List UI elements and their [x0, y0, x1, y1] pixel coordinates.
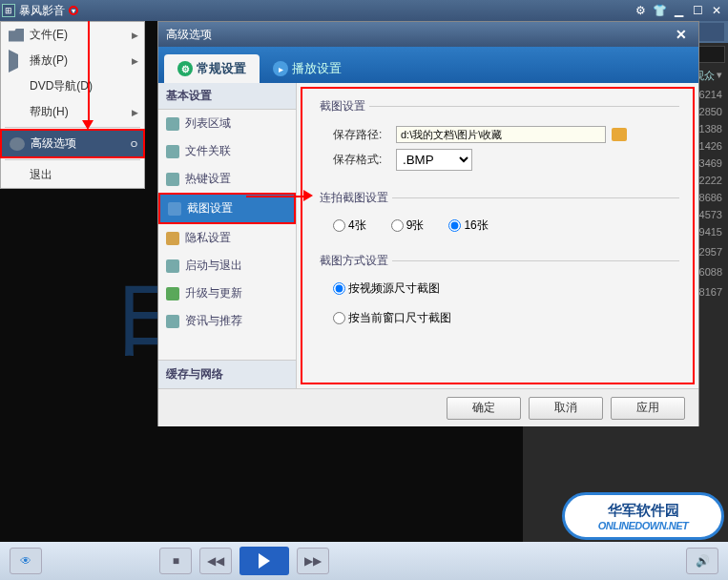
method-source-radio[interactable]: 按视频源尺寸截图	[333, 280, 679, 297]
file-icon	[166, 145, 179, 158]
menu-shortcut: O	[131, 139, 137, 149]
volume-button[interactable]: 🔊	[686, 548, 718, 574]
sidebar-item-file-assoc[interactable]: 文件关联	[158, 137, 296, 165]
group-legend: 连拍截图设置	[316, 190, 392, 206]
save-path-input[interactable]	[396, 126, 606, 143]
gear-icon: ⚙	[177, 61, 193, 76]
app-logo-icon: ⊞	[2, 4, 15, 17]
method-window-radio[interactable]: 按当前窗口尺寸截图	[333, 310, 679, 326]
chevron-right-icon: ▶	[132, 108, 138, 117]
sidebar-label: 文件关联	[185, 143, 231, 159]
watermark-text-2: ONLINEDOWN.NET	[598, 520, 688, 531]
folder-icon	[9, 29, 24, 42]
title-bar: ⊞ 暴风影音 ▾ ⚙ 👕 ▁ ☐ ✕	[0, 0, 728, 21]
player-control-bar: 👁 ■ ◀◀ ▶▶ 🔊	[0, 542, 728, 580]
camera-icon	[168, 202, 181, 216]
news-icon	[166, 315, 179, 328]
group-legend: 截图方式设置	[316, 253, 392, 269]
annotation-arrowhead-2	[303, 190, 313, 201]
sidebar-footer-cache[interactable]: 缓存与网络	[158, 360, 296, 388]
tab-label: 播放设置	[292, 60, 342, 77]
cancel-button[interactable]: 取消	[529, 397, 603, 420]
list-icon	[166, 117, 179, 131]
sidebar-item-startup[interactable]: 启动与退出	[158, 252, 296, 280]
watermark-badge: 华军软件园 ONLINEDOWN.NET	[562, 492, 724, 540]
burst-4-radio[interactable]: 4张	[333, 218, 366, 234]
chevron-right-icon: ▶	[132, 56, 138, 66]
dialog-close-button[interactable]: ✕	[672, 27, 691, 42]
keyboard-icon	[166, 173, 179, 186]
sidebar-label: 启动与退出	[185, 258, 242, 274]
save-format-select[interactable]: .BMP	[396, 149, 472, 171]
dialog-content-panel: 截图设置 保存路径: 保存格式: .BMP 连拍截图设置 4张 9张 16张	[301, 87, 695, 384]
blank-icon	[9, 106, 24, 119]
annotation-arrow-2	[246, 196, 307, 197]
power-icon	[166, 259, 179, 273]
menu-item-advanced-options[interactable]: 高级选项 O	[2, 131, 143, 156]
dialog-button-bar: 确定 取消 应用	[158, 388, 698, 426]
menu-item-help[interactable]: 帮助(H) ▶	[1, 99, 144, 125]
method-settings-group: 截图方式设置 按视频源尺寸截图 按当前窗口尺寸截图	[316, 253, 679, 332]
sidebar-item-privacy[interactable]: 隐私设置	[158, 224, 296, 252]
menu-label: 播放(P)	[30, 52, 68, 69]
menu-label: DVD导航(D)	[30, 78, 93, 94]
eye-button[interactable]: 👁	[10, 548, 42, 574]
maximize-button[interactable]: ☐	[688, 4, 707, 17]
close-button[interactable]: ✕	[707, 4, 726, 17]
dialog-titlebar[interactable]: 高级选项 ✕	[158, 22, 698, 47]
menu-label: 高级选项	[31, 135, 76, 152]
tab-playback[interactable]: ▸ 播放设置	[260, 54, 355, 83]
update-icon	[166, 287, 179, 300]
sidebar-item-update[interactable]: 升级与更新	[158, 280, 296, 307]
chevron-right-icon: ▶	[132, 31, 138, 40]
sidebar-label: 列表区域	[185, 115, 231, 132]
menu-item-file[interactable]: 文件(E) ▶	[1, 22, 144, 48]
menu-label: 退出	[30, 167, 52, 183]
blank-icon	[9, 169, 24, 182]
burst-9-radio[interactable]: 9张	[391, 218, 425, 234]
lock-icon	[166, 232, 179, 245]
sidebar-item-news[interactable]: 资讯与推荐	[158, 307, 296, 335]
shirt-icon[interactable]: 👕	[650, 4, 669, 17]
play-icon	[259, 553, 270, 569]
app-title: 暴风影音	[19, 3, 65, 19]
main-menu: 文件(E) ▶ 播放(P) ▶ DVD导航(D) 帮助(H) ▶ 高级选项 O …	[0, 21, 145, 189]
sidebar-label: 隐私设置	[185, 230, 231, 246]
menu-label: 帮助(H)	[30, 104, 69, 120]
dialog-tabs: ⚙ 常规设置 ▸ 播放设置	[158, 47, 698, 83]
sidebar-item-list-area[interactable]: 列表区域	[158, 110, 296, 137]
play-circle-icon: ▸	[273, 61, 288, 76]
annotation-arrow-1	[88, 21, 90, 124]
annotation-arrowhead-1	[82, 120, 94, 130]
menu-item-exit[interactable]: 退出	[1, 162, 144, 188]
next-button[interactable]: ▶▶	[297, 548, 329, 574]
sidebar-label: 资讯与推荐	[185, 313, 242, 329]
sidebar-label: 截图设置	[187, 200, 233, 217]
ok-button[interactable]: 确定	[447, 397, 521, 420]
sidebar-header: 基本设置	[158, 83, 296, 110]
menu-item-playback[interactable]: 播放(P) ▶	[1, 48, 144, 73]
tab-general[interactable]: ⚙ 常规设置	[164, 54, 260, 83]
stop-button[interactable]: ■	[159, 548, 192, 574]
apply-button[interactable]: 应用	[611, 397, 685, 420]
tab-label: 常规设置	[197, 60, 246, 77]
watermark-text-1: 华军软件园	[608, 502, 679, 520]
menu-item-dvd[interactable]: DVD导航(D)	[1, 73, 144, 99]
dialog-title: 高级选项	[166, 27, 212, 43]
sidebar-item-hotkeys[interactable]: 热键设置	[158, 165, 296, 193]
sidebar-label: 热键设置	[185, 171, 231, 187]
group-legend: 截图设置	[316, 98, 369, 114]
dialog-sidebar: 基本设置 列表区域 文件关联 热键设置 截图设置 隐私设置 启动与退出 升级与更…	[158, 83, 297, 388]
burst-16-radio[interactable]: 16张	[448, 218, 488, 234]
blank-icon	[9, 80, 24, 93]
browse-folder-icon[interactable]	[612, 128, 627, 141]
prev-button[interactable]: ◀◀	[199, 548, 232, 574]
minimize-button[interactable]: ▁	[669, 4, 688, 17]
title-dropdown-icon[interactable]: ▾	[69, 6, 78, 15]
play-button[interactable]	[239, 547, 289, 575]
burst-settings-group: 连拍截图设置 4张 9张 16张	[316, 190, 679, 239]
advanced-options-dialog: 高级选项 ✕ ⚙ 常规设置 ▸ 播放设置 基本设置 列表区域 文件关联 热键设置…	[157, 21, 699, 426]
settings-icon[interactable]: ⚙	[631, 4, 650, 17]
play-icon	[9, 54, 24, 68]
screenshot-settings-group: 截图设置 保存路径: 保存格式: .BMP	[316, 98, 679, 176]
